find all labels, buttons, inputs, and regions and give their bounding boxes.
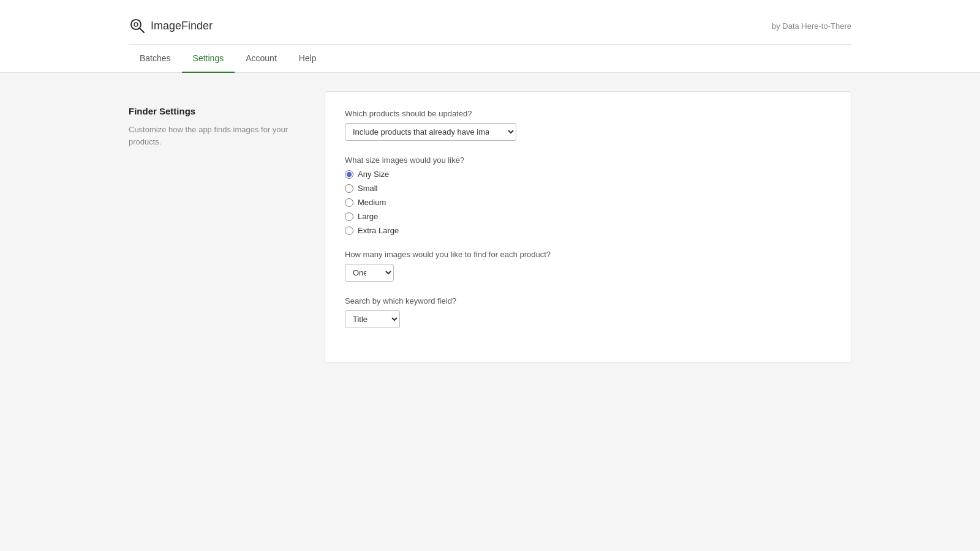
- radio-medium[interactable]: Medium: [345, 198, 831, 207]
- radio-large-label: Large: [358, 212, 378, 221]
- image-size-field-group: What size images would you like? Any Siz…: [345, 156, 831, 235]
- svg-point-0: [131, 20, 141, 29]
- images-count-label: How many images would you like to find f…: [345, 250, 831, 259]
- products-select[interactable]: Include products that already have image…: [345, 123, 516, 141]
- radio-small[interactable]: Small: [345, 184, 831, 193]
- nav-item-account[interactable]: Account: [235, 45, 288, 73]
- radio-large[interactable]: Large: [345, 212, 831, 221]
- radio-extra-large-label: Extra Large: [358, 226, 399, 235]
- svg-line-1: [140, 29, 145, 33]
- content-row: Finder Settings Customize how the app fi…: [129, 91, 851, 363]
- radio-extra-large-input[interactable]: [345, 227, 353, 235]
- keyword-field-group: Search by which keyword field? Title SKU…: [345, 296, 831, 328]
- svg-point-2: [134, 23, 138, 26]
- image-size-radio-group: Any Size Small Medium Large: [345, 170, 831, 235]
- nav-item-settings[interactable]: Settings: [182, 45, 235, 73]
- header: ImageFinder by Data Here-to-There: [0, 0, 980, 44]
- keyword-label: Search by which keyword field?: [345, 296, 831, 305]
- keyword-select[interactable]: Title SKU Description: [345, 310, 400, 328]
- images-count-select[interactable]: One Two Three Four Five: [345, 264, 394, 282]
- nav: Batches Settings Account Help: [0, 45, 980, 73]
- left-panel: Finder Settings Customize how the app fi…: [129, 91, 325, 363]
- logo-icon: [129, 17, 146, 34]
- logo-area: ImageFinder: [129, 17, 213, 34]
- radio-small-label: Small: [358, 184, 378, 193]
- byline: by Data Here-to-There: [772, 21, 851, 31]
- nav-item-batches[interactable]: Batches: [129, 45, 182, 73]
- products-label: Which products should be updated?: [345, 109, 831, 118]
- radio-medium-input[interactable]: [345, 198, 353, 207]
- main-content: Finder Settings Customize how the app fi…: [0, 73, 980, 551]
- images-count-field-group: How many images would you like to find f…: [345, 250, 831, 282]
- radio-any-size-label: Any Size: [358, 170, 389, 179]
- app-title: ImageFinder: [151, 20, 213, 32]
- settings-card: Which products should be updated? Includ…: [325, 91, 851, 363]
- radio-any-size-input[interactable]: [345, 170, 353, 179]
- section-title: Finder Settings: [129, 106, 310, 116]
- radio-medium-label: Medium: [358, 198, 386, 207]
- radio-extra-large[interactable]: Extra Large: [345, 226, 831, 235]
- products-field-group: Which products should be updated? Includ…: [345, 109, 831, 141]
- image-size-label: What size images would you like?: [345, 156, 831, 165]
- radio-large-input[interactable]: [345, 212, 353, 221]
- section-description: Customize how the app finds images for y…: [129, 124, 310, 148]
- nav-item-help[interactable]: Help: [288, 45, 328, 73]
- radio-small-input[interactable]: [345, 184, 353, 193]
- radio-any-size[interactable]: Any Size: [345, 170, 831, 179]
